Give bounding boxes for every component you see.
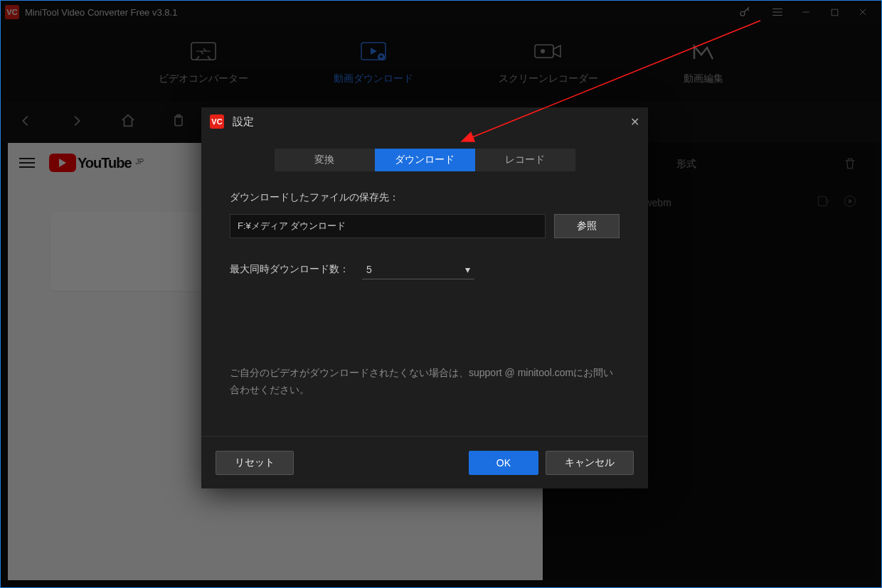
ok-button[interactable]: OK: [469, 451, 538, 475]
dialog-body: ダウンロードしたファイルの保存先： 参照 最大同時ダウンロード数： 5 ▾ ご自…: [201, 171, 648, 436]
save-location-label: ダウンロードしたファイルの保存先：: [230, 191, 620, 204]
dialog-close-button[interactable]: ✕: [630, 115, 639, 129]
app-window: VC MiniTool Video Converter Free v3.8.1 …: [0, 0, 882, 588]
browse-button[interactable]: 参照: [554, 214, 620, 238]
max-downloads-select[interactable]: 5 ▾: [362, 260, 474, 279]
save-path-input[interactable]: [230, 214, 546, 238]
max-downloads-label: 最大同時ダウンロード数：: [230, 263, 349, 276]
dialog-logo-icon: VC: [210, 114, 224, 129]
dialog-footer: リセット OK キャンセル: [201, 436, 648, 488]
chevron-down-icon: ▾: [465, 264, 470, 275]
settings-dialog: VC 設定 ✕ 変換 ダウンロード レコード ダウンロードしたファイルの保存先：…: [201, 107, 648, 488]
settings-tabs: 変換 ダウンロード レコード: [201, 149, 648, 171]
support-note: ご自分のビデオがダウンロードされたくない場合は、support @ minito…: [230, 365, 620, 399]
tab-record[interactable]: レコード: [475, 149, 575, 171]
max-downloads-value: 5: [366, 264, 372, 275]
cancel-button[interactable]: キャンセル: [546, 451, 634, 475]
tab-convert[interactable]: 変換: [275, 149, 375, 171]
dialog-titlebar: VC 設定 ✕: [201, 107, 648, 136]
reset-button[interactable]: リセット: [216, 451, 294, 475]
dialog-title: 設定: [233, 115, 254, 129]
tab-download[interactable]: ダウンロード: [375, 149, 475, 171]
